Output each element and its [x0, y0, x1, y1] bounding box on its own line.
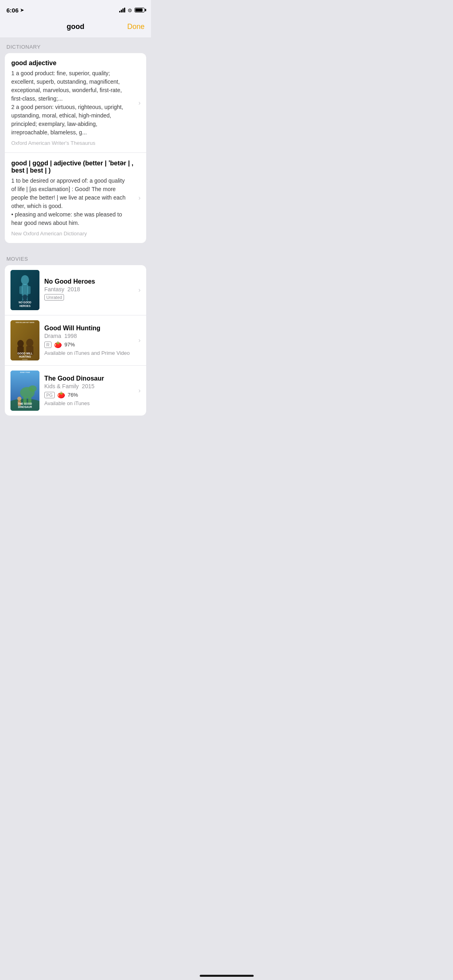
svg-rect-2: [22, 284, 28, 296]
movie-chevron-good-will-hunting-icon: ›: [139, 337, 141, 344]
status-icons: ⊜: [119, 7, 145, 13]
content: DICTIONARY good adjective 1 a good produ…: [0, 37, 151, 430]
movie-item-no-good-heroes[interactable]: EXTINCTION IS IMMINENT: [5, 265, 146, 315]
header: good Done: [0, 18, 151, 37]
movie-chevron-good-dinosaur-icon: ›: [139, 387, 141, 394]
movie-title-good-dinosaur: The Good Dinosaur: [44, 375, 132, 382]
movie-title-good-will-hunting: Good Will Hunting: [44, 325, 132, 332]
rt-tomato-icon-2: 🍅: [57, 391, 65, 399]
movie-poster-good-will-hunting: ROBIN WILLIAMS MATT DAMON GOOD WILLHUNTI…: [10, 320, 39, 360]
movie-rating-row-no-good-heroes: Unrated: [44, 294, 132, 301]
page-title: good: [67, 23, 85, 31]
movie-item-good-dinosaur[interactable]: DISNEY PIXAR THE GOODDINOSAUR The Good D…: [5, 365, 146, 416]
dictionary-chevron-icon: ›: [139, 194, 141, 202]
svg-point-1: [21, 275, 29, 285]
rt-score-good-will-hunting: 97%: [64, 342, 75, 348]
thesaurus-entry-title: good adjective: [11, 60, 140, 67]
thesaurus-entry-body: 1 a good product: fine, superior, qualit…: [11, 69, 140, 137]
rating-badge-no-good-heroes: Unrated: [44, 294, 64, 301]
wifi-icon: ⊜: [128, 7, 132, 13]
done-button[interactable]: Done: [127, 23, 145, 31]
movie-meta-no-good-heroes: Fantasy 2018: [44, 286, 132, 292]
movie-availability-good-dinosaur: Available on iTunes: [44, 400, 132, 406]
movie-title-no-good-heroes: No Good Heroes: [44, 278, 132, 285]
movie-info-good-will-hunting: Good Will Hunting Drama 1998 R 🍅 97% Ava…: [44, 325, 141, 356]
movie-info-no-good-heroes: No Good Heroes Fantasy 2018 Unrated: [44, 278, 141, 302]
dictionary-source: New Oxford American Dictionary: [11, 231, 140, 237]
svg-point-7: [23, 294, 27, 300]
thesaurus-chevron-icon: ›: [139, 99, 141, 107]
movie-item-good-will-hunting[interactable]: ROBIN WILLIAMS MATT DAMON GOOD WILLHUNTI…: [5, 315, 146, 365]
movie-chevron-no-good-heroes-icon: ›: [139, 286, 141, 294]
movies-card: EXTINCTION IS IMMINENT: [5, 265, 146, 416]
movie-meta-good-will-hunting: Drama 1998: [44, 333, 132, 339]
dictionary-entry-body: 1 to be desired or approved of: a good q…: [11, 177, 140, 227]
movie-meta-good-dinosaur: Kids & Family 2015: [44, 383, 132, 389]
movie-info-good-dinosaur: The Good Dinosaur Kids & Family 2015 PG …: [44, 375, 141, 406]
status-time: 6:06 ➤: [6, 7, 24, 14]
dictionary-card: good adjective 1 a good product: fine, s…: [5, 53, 146, 243]
signal-icon: [119, 8, 125, 12]
svg-rect-3: [19, 286, 23, 294]
movies-section-header: MOVIES: [0, 249, 151, 265]
thesaurus-source: Oxford American Writer's Thesaurus: [11, 140, 140, 146]
rating-badge-good-dinosaur: PG: [44, 392, 55, 398]
svg-point-21: [17, 397, 21, 401]
svg-point-13: [26, 339, 33, 347]
svg-rect-4: [27, 286, 31, 294]
rt-tomato-icon: 🍅: [54, 341, 62, 348]
movie-rating-row-good-will-hunting: R 🍅 97%: [44, 341, 132, 348]
battery-icon: [134, 8, 145, 12]
movie-poster-no-good-heroes: EXTINCTION IS IMMINENT: [10, 270, 39, 310]
thesaurus-entry[interactable]: good adjective 1 a good product: fine, s…: [5, 53, 146, 152]
status-bar: 6:06 ➤ ⊜: [0, 0, 151, 18]
dictionary-entry[interactable]: good | go͟od | adjective (better | ˈbetə…: [5, 152, 146, 243]
svg-point-11: [17, 340, 24, 347]
movie-availability-good-will-hunting: Available on iTunes and Prime Video: [44, 350, 132, 356]
dictionary-entry-title: good | go͟od | adjective (better | ˈbetə…: [11, 159, 140, 174]
movie-poster-good-dinosaur: DISNEY PIXAR THE GOODDINOSAUR: [10, 371, 39, 411]
svg-point-18: [29, 385, 37, 392]
rt-score-good-dinosaur: 76%: [68, 392, 78, 398]
movie-rating-row-good-dinosaur: PG 🍅 76%: [44, 391, 132, 399]
dictionary-section-header: DICTIONARY: [0, 37, 151, 53]
rating-badge-good-will-hunting: R: [44, 342, 52, 348]
location-icon: ➤: [20, 8, 24, 13]
